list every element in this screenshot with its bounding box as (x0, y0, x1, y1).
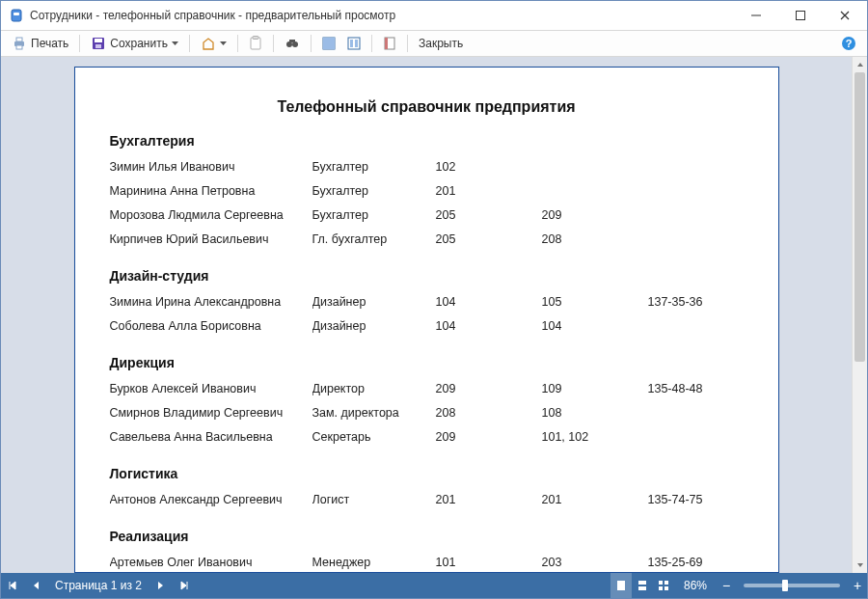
svg-rect-25 (638, 581, 646, 585)
scroll-up-icon[interactable] (853, 57, 867, 72)
zoom-slider[interactable] (744, 584, 840, 587)
table-row: Смирнов Владимир СергеевичЗам. директора… (110, 400, 744, 424)
document-page: Телефонный справочник предприятия Бухгал… (74, 67, 779, 573)
phone-2: 109 (542, 382, 648, 395)
employee-name: Морозова Людмила Сергеевна (110, 208, 312, 222)
save-button[interactable]: Сохранить (86, 33, 183, 54)
department-header: Дирекция (110, 355, 744, 370)
svg-rect-21 (385, 38, 388, 49)
toolbar-separator (311, 35, 312, 52)
employee-name: Зимина Ирина Александровна (110, 295, 312, 309)
phone-2: 105 (542, 295, 648, 309)
phone-3: 135-48-48 (648, 382, 744, 395)
scrollbar-track[interactable] (853, 72, 867, 558)
phone-2: 209 (542, 208, 648, 222)
phone-1: 104 (436, 295, 542, 309)
phone-2: 108 (542, 406, 648, 420)
first-page-button[interactable] (1, 573, 24, 598)
toolbar-separator (189, 35, 190, 52)
phone-3: 135-74-75 (648, 493, 744, 506)
svg-rect-5 (16, 38, 22, 41)
employee-name: Соболева Алла Борисовна (110, 319, 312, 333)
next-page-button[interactable] (149, 573, 173, 598)
phone-1: 209 (436, 382, 542, 395)
phone-1: 104 (436, 319, 542, 333)
phone-2: 201 (542, 493, 648, 506)
page-single-icon (322, 37, 336, 50)
phone-1: 101 (436, 556, 542, 569)
phone-2: 104 (542, 319, 648, 333)
page-indicator: Страница 1 из 2 (47, 579, 149, 592)
help-button[interactable]: ? (836, 33, 861, 54)
employee-name: Смирнов Владимир Сергеевич (110, 406, 312, 420)
phone-1: 102 (436, 160, 542, 174)
table-row: Маринина Анна ПетровнаБухгалтер201 (110, 178, 744, 203)
phone-3: 137-35-36 (648, 295, 744, 309)
minimize-button[interactable] (734, 1, 778, 30)
svg-rect-26 (638, 586, 646, 590)
view-mode-grid-button[interactable] (653, 573, 674, 598)
svg-rect-29 (659, 586, 663, 590)
table-row: Бурков Алексей ИвановичДиректор209109135… (110, 376, 744, 400)
employee-position: Бухгалтер (312, 160, 436, 174)
scrollbar-thumb[interactable] (854, 72, 865, 362)
maximize-button[interactable] (778, 1, 823, 30)
table-row: Артемьев Олег ИвановичМенеджер101203135-… (110, 550, 744, 573)
view-single-button[interactable] (317, 33, 340, 54)
close-preview-button[interactable]: Закрыть (414, 33, 468, 54)
print-button[interactable]: Печать (7, 33, 73, 54)
close-window-button[interactable] (823, 1, 867, 30)
employee-position: Секретарь (312, 430, 436, 444)
vertical-scrollbar[interactable] (852, 57, 867, 573)
table-row: Соболева Алла БорисовнаДизайнер104104 (110, 313, 744, 338)
view-mode-single-button[interactable] (610, 573, 632, 598)
help-icon: ? (841, 36, 856, 51)
svg-rect-11 (253, 37, 258, 40)
zoom-in-button[interactable]: + (848, 573, 867, 598)
page-setup-button[interactable] (378, 33, 401, 54)
phone-2: 101, 102 (542, 430, 648, 444)
employee-position: Бухгалтер (312, 208, 436, 222)
find-button[interactable] (280, 33, 305, 54)
toolbar-separator (237, 35, 238, 52)
svg-rect-19 (355, 40, 358, 47)
svg-rect-3 (797, 12, 805, 20)
clipboard-button[interactable] (244, 33, 267, 54)
table-row: Кирпичев Юрий ВасильевичГл. бухгалтер205… (110, 227, 744, 251)
svg-rect-28 (665, 581, 668, 585)
zoom-out-button[interactable]: − (717, 573, 736, 598)
employee-position: Гл. бухгалтер (312, 232, 436, 246)
table-row: Морозова Людмила СергеевнаБухгалтер20520… (110, 203, 744, 227)
employee-position: Зам. директора (312, 406, 436, 420)
printer-icon (12, 36, 27, 51)
app-window: Сотрудники - телефонный справочник - пре… (0, 0, 868, 599)
document-title: Телефонный справочник предприятия (110, 98, 744, 116)
export-icon (201, 36, 216, 51)
phone-1: 208 (436, 406, 542, 420)
department-header: Бухгалтерия (110, 133, 744, 149)
export-button[interactable] (196, 33, 231, 54)
page-viewport[interactable]: Телефонный справочник предприятия Бухгал… (1, 57, 852, 573)
svg-rect-18 (350, 40, 353, 47)
view-columns-button[interactable] (342, 33, 366, 54)
prev-page-button[interactable] (24, 573, 47, 598)
app-icon (9, 8, 24, 23)
toolbar-separator (79, 35, 80, 52)
svg-rect-30 (665, 586, 668, 590)
zoom-slider-knob[interactable] (782, 580, 788, 591)
scroll-down-icon[interactable] (853, 558, 867, 573)
table-row: Савельева Анна ВасильевнаСекретарь209101… (110, 424, 744, 449)
titlebar: Сотрудники - телефонный справочник - пре… (1, 1, 867, 30)
svg-rect-8 (95, 39, 102, 42)
chevron-down-icon (172, 41, 178, 45)
last-page-button[interactable] (173, 573, 196, 598)
employee-name: Савельева Анна Васильевна (110, 430, 312, 444)
chevron-down-icon (220, 41, 227, 45)
phone-1: 201 (436, 493, 542, 506)
department-header: Реализация (110, 529, 744, 544)
employee-name: Кирпичев Юрий Васильевич (110, 232, 312, 246)
view-mode-continuous-button[interactable] (632, 573, 653, 598)
phone-2: 208 (542, 232, 648, 246)
save-label: Сохранить (110, 37, 168, 50)
svg-rect-2 (751, 15, 761, 16)
